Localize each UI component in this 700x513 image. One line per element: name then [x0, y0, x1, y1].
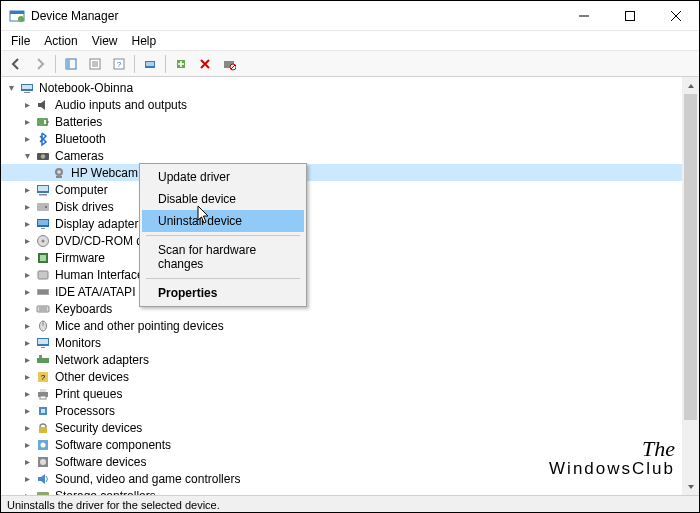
expand-icon[interactable]: ▸: [21, 269, 33, 280]
expand-icon[interactable]: ▸: [21, 354, 33, 365]
tree-item-network[interactable]: ▸Network adapters: [1, 351, 699, 368]
expand-icon[interactable]: ▸: [21, 371, 33, 382]
expand-icon[interactable]: ▸: [21, 218, 33, 229]
expand-icon[interactable]: ▸: [21, 388, 33, 399]
scroll-track[interactable]: [682, 94, 699, 478]
app-icon: [9, 8, 25, 24]
tree-item-security[interactable]: ▸Security devices: [1, 419, 699, 436]
minimize-button[interactable]: [561, 1, 607, 30]
expand-icon[interactable]: ▸: [21, 133, 33, 144]
svg-rect-55: [41, 347, 45, 348]
menubar: File Action View Help: [1, 31, 699, 51]
menu-view[interactable]: View: [92, 34, 118, 48]
tree-item-swcomp[interactable]: ▸Software components: [1, 436, 699, 453]
scroll-down-button[interactable]: [682, 478, 699, 495]
expand-icon[interactable]: ▸: [21, 235, 33, 246]
collapse-icon[interactable]: ▾: [21, 150, 33, 161]
back-button[interactable]: [5, 53, 27, 75]
expand-icon[interactable]: ▸: [21, 116, 33, 127]
update-driver-button[interactable]: [170, 53, 192, 75]
tree-item-label: HP Webcam: [71, 166, 138, 180]
tree-item-other[interactable]: ▸?Other devices: [1, 368, 699, 385]
tree-item-label: Processors: [55, 404, 115, 418]
hid-icon: [35, 267, 51, 283]
tree-item-camera[interactable]: ▾Cameras: [1, 147, 699, 164]
show-hidden-button[interactable]: [60, 53, 82, 75]
help-button[interactable]: ?: [108, 53, 130, 75]
expand-icon[interactable]: ▸: [21, 99, 33, 110]
tree-pane: ▾Notebook-Obinna▸Audio inputs and output…: [1, 77, 699, 495]
tree-item-label: Print queues: [55, 387, 122, 401]
svg-rect-4: [626, 11, 635, 20]
scroll-thumb[interactable]: [684, 94, 697, 420]
expand-icon[interactable]: ▸: [21, 456, 33, 467]
tree-item-keyboard[interactable]: ▸Keyboards: [1, 300, 699, 317]
tree-item-printer[interactable]: ▸Print queues: [1, 385, 699, 402]
tree-item-cpu[interactable]: ▸Processors: [1, 402, 699, 419]
expand-icon[interactable]: ▸: [21, 252, 33, 263]
tree-item-swdev[interactable]: ▸Software devices: [1, 453, 699, 470]
storage-icon: [35, 488, 51, 496]
svg-point-36: [45, 206, 47, 208]
expand-icon[interactable]: ▸: [21, 201, 33, 212]
expand-icon[interactable]: ▸: [21, 422, 33, 433]
ide-icon: [35, 284, 51, 300]
ctx-properties[interactable]: Properties: [142, 282, 304, 304]
tree-item-ide[interactable]: ▸IDE ATA/ATAPI controllers: [1, 283, 699, 300]
menu-help[interactable]: Help: [132, 34, 157, 48]
tree-item-disk[interactable]: ▸Disk drives: [1, 198, 699, 215]
svg-rect-38: [38, 220, 48, 225]
menu-file[interactable]: File: [11, 34, 30, 48]
toolbar: ?: [1, 51, 699, 77]
expand-icon[interactable]: ▸: [21, 184, 33, 195]
tree-item-mouse[interactable]: ▸Mice and other pointing devices: [1, 317, 699, 334]
disable-button[interactable]: [218, 53, 240, 75]
expand-icon[interactable]: ▸: [21, 490, 33, 495]
properties-button[interactable]: [84, 53, 106, 75]
tree-item-firmware[interactable]: ▸Firmware: [1, 249, 699, 266]
tree-item-label: Mice and other pointing devices: [55, 319, 224, 333]
ctx-scan-hardware[interactable]: Scan for hardware changes: [142, 239, 304, 275]
tree-item-battery[interactable]: ▸Batteries: [1, 113, 699, 130]
tree-item-dvd[interactable]: ▸DVD/CD-ROM drives: [1, 232, 699, 249]
tree-item-bluetooth[interactable]: ▸Bluetooth: [1, 130, 699, 147]
svg-point-30: [57, 170, 61, 174]
tree-item-webcam[interactable]: HP Webcam: [1, 164, 699, 181]
tree-item-label: Security devices: [55, 421, 142, 435]
menu-action[interactable]: Action: [44, 34, 77, 48]
svg-rect-16: [146, 62, 154, 66]
tree-item-computer[interactable]: ▸Computer: [1, 181, 699, 198]
expand-icon[interactable]: ▸: [21, 286, 33, 297]
vertical-scrollbar[interactable]: [682, 77, 699, 495]
expand-icon[interactable]: ▸: [21, 439, 33, 450]
scroll-up-button[interactable]: [682, 77, 699, 94]
ctx-update-driver[interactable]: Update driver: [142, 166, 304, 188]
svg-rect-56: [37, 358, 49, 363]
uninstall-button[interactable]: [194, 53, 216, 75]
toolbar-separator: [55, 55, 56, 73]
forward-button[interactable]: [29, 53, 51, 75]
bluetooth-icon: [35, 131, 51, 147]
expand-icon[interactable]: ▸: [21, 320, 33, 331]
svg-rect-43: [40, 255, 46, 261]
tree-item-storage[interactable]: ▸Storage controllers: [1, 487, 699, 495]
expand-icon[interactable]: ▸: [21, 473, 33, 484]
svg-rect-48: [37, 306, 49, 312]
tree-item-sound[interactable]: ▸Sound, video and game controllers: [1, 470, 699, 487]
scan-hardware-button[interactable]: [139, 53, 161, 75]
expand-icon[interactable]: ▸: [21, 337, 33, 348]
tree-item-audio[interactable]: ▸Audio inputs and outputs: [1, 96, 699, 113]
maximize-button[interactable]: [607, 1, 653, 30]
tree-item-label: Network adapters: [55, 353, 149, 367]
collapse-icon[interactable]: ▾: [5, 82, 17, 93]
close-button[interactable]: [653, 1, 699, 30]
tree-item-hid[interactable]: ▸Human Interface Devices: [1, 266, 699, 283]
expand-icon[interactable]: ▸: [21, 303, 33, 314]
tree-root[interactable]: ▾Notebook-Obinna: [1, 79, 699, 96]
tree-item-monitor[interactable]: ▸Monitors: [1, 334, 699, 351]
ctx-disable-device[interactable]: Disable device: [142, 188, 304, 210]
tree-item-display[interactable]: ▸Display adapters: [1, 215, 699, 232]
ctx-uninstall-device[interactable]: Uninstall device: [142, 210, 304, 232]
expand-icon[interactable]: ▸: [21, 405, 33, 416]
security-icon: [35, 420, 51, 436]
